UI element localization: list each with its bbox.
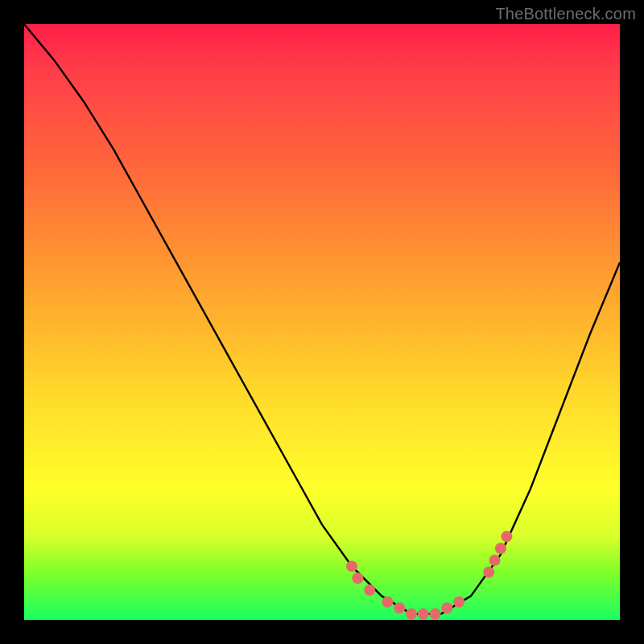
curve-marker — [406, 609, 417, 620]
curve-marker — [489, 555, 501, 566]
chart-frame: TheBottleneck.com — [0, 0, 644, 644]
curve-marker — [495, 543, 506, 554]
curve-marker — [382, 597, 393, 608]
curve-marker — [430, 609, 441, 620]
watermark-label: TheBottleneck.com — [495, 5, 636, 23]
curve-layer — [24, 24, 620, 620]
marker-group — [346, 530, 512, 619]
plot-area — [24, 24, 620, 620]
curve-marker — [352, 572, 363, 584]
curve-marker — [453, 597, 464, 608]
curve-marker — [364, 584, 375, 596]
curve-marker — [346, 560, 357, 572]
curve-marker — [394, 602, 405, 613]
curve-marker — [418, 609, 429, 620]
curve-marker — [501, 530, 512, 542]
curve-marker — [483, 567, 494, 578]
bottleneck-curve — [24, 24, 620, 614]
curve-marker — [441, 602, 452, 613]
